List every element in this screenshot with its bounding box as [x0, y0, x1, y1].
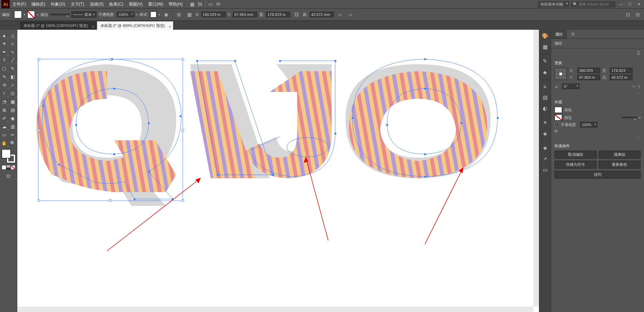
- save-symbol-button[interactable]: 存储为符号: [555, 161, 597, 169]
- brush-tool[interactable]: ✎: [9, 64, 17, 73]
- menu-edit[interactable]: 编辑(E): [29, 0, 48, 8]
- document-tab-active[interactable]: 未标题-2* @ 400% (CMYK/GPU 预览)×: [97, 21, 173, 30]
- brushes-panel-icon[interactable]: ✎: [540, 56, 550, 66]
- document-tab[interactable]: 未标题-1* @ 100% (CMYK/GPU 预览)×: [20, 21, 96, 30]
- stroke-style[interactable]: 基本▾: [72, 11, 96, 18]
- line-tool[interactable]: ╱: [9, 56, 17, 64]
- menu-help[interactable]: 帮助(H): [166, 0, 186, 8]
- transform-w[interactable]: [610, 68, 633, 73]
- menu-object[interactable]: 对象(O): [48, 0, 68, 8]
- ungroup-button[interactable]: 取消编组: [555, 151, 597, 159]
- workspace-dropdown[interactable]: 传统基本功能: [538, 1, 569, 8]
- symbol-tool[interactable]: ☁: [0, 122, 9, 131]
- prefs-icon[interactable]: ⊟: [634, 10, 642, 19]
- type-tool[interactable]: T: [0, 56, 9, 64]
- eyedropper-tool[interactable]: ✐: [0, 114, 9, 122]
- color-panel-icon[interactable]: 🎨: [540, 31, 550, 41]
- transform-x[interactable]: [577, 68, 600, 73]
- scale-tool[interactable]: ⤢: [9, 81, 17, 89]
- slice-tool[interactable]: ✂: [9, 131, 17, 139]
- x-input[interactable]: [201, 12, 226, 17]
- curvature-tool[interactable]: ∿: [9, 48, 17, 56]
- transparency-panel-icon[interactable]: ◐: [540, 104, 550, 113]
- menu-window[interactable]: 窗口(W): [145, 0, 166, 8]
- graphic-styles-panel-icon[interactable]: ◈: [540, 129, 550, 139]
- isolate-button[interactable]: 隔离组: [599, 151, 641, 159]
- transform-y[interactable]: [577, 75, 600, 80]
- menu-file[interactable]: 文件(F): [10, 0, 29, 8]
- perspective-tool[interactable]: ▦: [9, 97, 17, 106]
- rect-tool[interactable]: ▢: [0, 64, 9, 73]
- arrange-button[interactable]: 排列: [555, 171, 641, 179]
- screen-mode-tool[interactable]: ⊡: [0, 172, 17, 180]
- fill-swatch-panel[interactable]: [555, 107, 562, 113]
- hand-tool[interactable]: ✋: [0, 139, 9, 147]
- artboards-panel-icon[interactable]: ▭: [540, 165, 550, 175]
- y-input[interactable]: [233, 12, 257, 17]
- layers-panel-icon[interactable]: ◈: [540, 143, 550, 153]
- stroke-swatch[interactable]: [27, 11, 35, 18]
- symbols-panel-icon[interactable]: ♣: [540, 67, 550, 77]
- opacity-input[interactable]: 100%: [117, 12, 134, 17]
- transform-angle[interactable]: 0°: [562, 84, 579, 89]
- stroke-swatch-panel[interactable]: [555, 114, 562, 121]
- menu-effect[interactable]: 效果(C): [106, 0, 126, 8]
- transform-h[interactable]: [610, 75, 633, 80]
- tab-properties[interactable]: 属性: [551, 30, 567, 38]
- opacity-panel[interactable]: 100%: [580, 122, 597, 127]
- magic-wand-tool[interactable]: ✦: [0, 39, 9, 48]
- direct-select-tool[interactable]: △: [9, 31, 17, 39]
- bridge-icon[interactable]: ▦: [189, 0, 196, 8]
- shaper-tool[interactable]: ✎: [0, 73, 9, 81]
- fx-button[interactable]: fx.: [555, 129, 559, 133]
- gradient-panel-icon[interactable]: ▤: [540, 93, 550, 102]
- w-input[interactable]: [266, 12, 290, 17]
- stroke-panel-icon[interactable]: ≡: [540, 82, 550, 91]
- lasso-tool[interactable]: ⊂: [9, 39, 17, 48]
- arrange-icon[interactable]: ▭: [207, 0, 215, 8]
- recolor-icon[interactable]: ◉: [162, 10, 170, 19]
- eraser-tool[interactable]: ◧: [9, 73, 17, 81]
- window-maximize[interactable]: ☐: [626, 1, 634, 7]
- recolor-button[interactable]: 重新着色: [599, 161, 641, 169]
- style-swatch[interactable]: [150, 11, 157, 18]
- gradient-tool[interactable]: ▤: [9, 106, 17, 114]
- link-wh-icon[interactable]: ⛓: [292, 10, 301, 19]
- menu-select[interactable]: 选择(S): [87, 0, 106, 8]
- pen-tool[interactable]: ✒: [0, 48, 9, 56]
- blend-tool[interactable]: ◉: [9, 114, 17, 122]
- reference-point[interactable]: [555, 68, 567, 80]
- swatches-panel-icon[interactable]: ▦: [540, 42, 550, 52]
- edit-toolbar-link[interactable]: 工: [637, 50, 641, 56]
- fill-swatch[interactable]: [14, 11, 22, 18]
- artboard-tool[interactable]: ▭: [0, 131, 9, 139]
- stroke-weight[interactable]: [50, 14, 69, 15]
- transform-ref-icon[interactable]: ▦: [185, 10, 193, 19]
- flip-v-icon[interactable]: ⇅: [637, 84, 641, 89]
- zoom-tool[interactable]: 🔍: [9, 139, 17, 147]
- h-input[interactable]: [310, 12, 334, 17]
- selection-tool[interactable]: ▲: [0, 31, 9, 39]
- align-icon[interactable]: ⊞: [175, 10, 183, 19]
- scrollbar-vertical[interactable]: [533, 30, 539, 306]
- color-mode[interactable]: [2, 165, 16, 170]
- flip-h-icon[interactable]: ⇋: [632, 84, 635, 89]
- shape-builder-tool[interactable]: ◔: [0, 97, 9, 106]
- mesh-tool[interactable]: ⊞: [0, 106, 9, 114]
- stock-icon[interactable]: St: [196, 0, 204, 8]
- stroke-weight-panel[interactable]: [622, 117, 637, 118]
- canvas[interactable]: [17, 30, 539, 312]
- menu-type[interactable]: 文字(T): [68, 0, 87, 8]
- shape-icon1[interactable]: ▱: [336, 10, 344, 19]
- menu-view[interactable]: 视图(V): [126, 0, 145, 8]
- fill-stroke-control[interactable]: [2, 149, 16, 163]
- asset-export-panel-icon[interactable]: ↗: [540, 154, 550, 164]
- graph-tool[interactable]: ▥: [9, 122, 17, 131]
- shape-icon2[interactable]: ▱: [346, 10, 354, 19]
- rotate-tool[interactable]: ⟲: [0, 81, 9, 89]
- opacity-check[interactable]: ✓: [555, 123, 559, 127]
- doc-setup-icon[interactable]: ⊡: [624, 10, 632, 19]
- search-input[interactable]: 🔍 搜索 Adobe Stock: [571, 1, 616, 8]
- free-transform-tool[interactable]: ⊡: [9, 89, 17, 97]
- appearance-panel-icon[interactable]: ☀: [540, 118, 550, 127]
